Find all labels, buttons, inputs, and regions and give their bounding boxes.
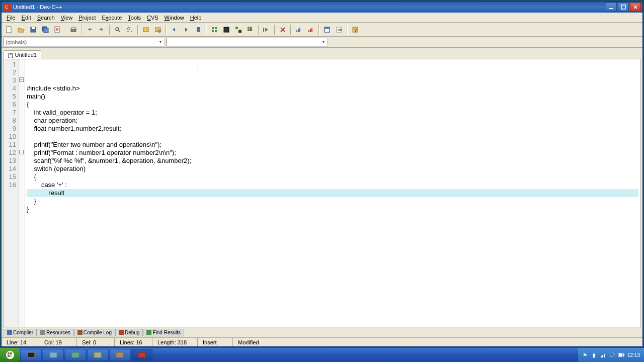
taskbar-item[interactable]	[87, 349, 108, 361]
taskbar-item[interactable]	[109, 349, 130, 361]
project-options-icon[interactable]	[152, 24, 164, 35]
svg-rect-55	[50, 352, 57, 357]
tab-find-results[interactable]: Find Results	[143, 329, 184, 336]
tab-compiler[interactable]: Compiler	[4, 329, 37, 336]
svg-rect-25	[212, 30, 214, 32]
new-window-icon[interactable]	[321, 24, 333, 35]
menu-help[interactable]: Help	[187, 14, 205, 21]
svg-rect-62	[604, 354, 605, 357]
bottom-panel-tabs: Compiler Resources Compile Log Debug Fin…	[2, 327, 642, 337]
svg-point-18	[128, 27, 130, 30]
status-modified: Modified	[233, 338, 278, 346]
rebuild-icon[interactable]	[245, 24, 256, 35]
close-file-icon[interactable]	[52, 24, 63, 35]
toggle-bookmark-icon[interactable]	[193, 24, 204, 35]
window-title: Untitled1 - Dev-C++	[13, 4, 62, 10]
redo-icon[interactable]	[96, 24, 107, 35]
svg-rect-30	[248, 27, 250, 29]
code-area[interactable]: #include <stdio.h>main(){ int valid_oper…	[25, 59, 640, 327]
tray-battery-icon[interactable]	[618, 352, 624, 358]
editor-tab[interactable]: [*] Untitled1	[4, 50, 41, 59]
svg-rect-60	[601, 356, 602, 357]
svg-rect-52	[8, 355, 10, 357]
menu-project[interactable]: Project	[75, 14, 99, 21]
new-project-icon[interactable]	[140, 24, 151, 35]
scope-combo[interactable]: (globals)▼	[4, 38, 165, 47]
svg-text:ab: ab	[338, 28, 342, 32]
svg-rect-57	[94, 352, 101, 357]
svg-rect-29	[238, 30, 242, 33]
svg-rect-40	[308, 30, 309, 32]
debug-icon[interactable]	[261, 24, 272, 35]
tab-compile-log[interactable]: Compile Log	[74, 329, 115, 336]
function-combo[interactable]: ▼	[167, 38, 328, 47]
menu-window[interactable]: Window	[162, 14, 187, 21]
tray-volume-icon[interactable]: 🔊	[609, 352, 615, 358]
insert-icon[interactable]: ab	[334, 24, 345, 35]
status-line: Line: 14	[2, 338, 39, 346]
tray-network-icon[interactable]: ▮	[591, 352, 597, 358]
print-icon[interactable]	[68, 24, 79, 35]
svg-line-17	[118, 30, 120, 32]
svg-rect-32	[248, 29, 250, 31]
replace-icon[interactable]	[124, 24, 135, 35]
svg-rect-65	[619, 353, 622, 356]
profile-icon[interactable]	[293, 24, 304, 35]
svg-rect-23	[212, 27, 214, 29]
tab-resources[interactable]: Resources	[37, 329, 74, 336]
save-icon[interactable]	[28, 24, 39, 35]
minimize-button[interactable]	[606, 3, 617, 12]
taskbar-item[interactable]	[21, 349, 42, 361]
svg-rect-56	[72, 352, 79, 357]
menu-view[interactable]: View	[58, 14, 76, 21]
svg-rect-38	[298, 29, 299, 32]
find-icon[interactable]	[112, 24, 123, 35]
tab-debug[interactable]: Debug	[115, 329, 143, 336]
svg-rect-64	[623, 354, 624, 356]
maximize-button[interactable]	[618, 3, 629, 12]
help-icon[interactable]: ?	[350, 24, 361, 35]
tray-clock[interactable]: 12:13	[627, 352, 640, 358]
compile-icon[interactable]	[209, 24, 220, 35]
taskbar-item[interactable]	[43, 349, 64, 361]
status-col: Col: 19	[39, 338, 77, 346]
svg-rect-59	[138, 352, 145, 357]
compile-run-icon[interactable]	[233, 24, 244, 35]
new-file-icon[interactable]	[4, 24, 15, 35]
status-lines: Lines: 16	[115, 338, 152, 346]
status-length: Length: 318	[152, 338, 198, 346]
svg-rect-3	[621, 5, 625, 9]
taskbar-item-active[interactable]	[131, 349, 152, 361]
svg-rect-51	[10, 352, 12, 354]
menu-execute[interactable]: Execute	[99, 14, 125, 21]
stop-icon[interactable]	[277, 24, 288, 35]
close-button[interactable]	[630, 3, 641, 12]
open-icon[interactable]	[16, 24, 27, 35]
menu-tools[interactable]: Tools	[125, 14, 144, 21]
svg-rect-41	[310, 29, 311, 32]
menu-cvs[interactable]: CVS	[144, 14, 162, 21]
taskbar-item[interactable]	[65, 349, 86, 361]
svg-rect-39	[299, 28, 300, 32]
svg-rect-24	[215, 27, 217, 29]
save-all-icon[interactable]	[40, 24, 51, 35]
menu-search[interactable]: Search	[34, 14, 58, 21]
fold-toggle-icon[interactable]: −	[19, 77, 24, 82]
text-cursor-icon	[198, 61, 198, 68]
start-button[interactable]	[0, 348, 20, 362]
fold-toggle-icon[interactable]: −	[19, 150, 24, 154]
svg-text:?: ?	[354, 28, 357, 33]
fold-column: − −	[19, 59, 25, 327]
svg-rect-8	[32, 27, 35, 29]
menu-edit[interactable]: Edit	[19, 14, 34, 21]
goto-next-icon[interactable]	[181, 24, 192, 35]
goto-prev-icon[interactable]	[169, 24, 180, 35]
undo-icon[interactable]	[84, 24, 95, 35]
run-icon[interactable]	[221, 24, 232, 35]
menu-file[interactable]: File	[4, 14, 19, 21]
tray-flag-icon[interactable]: ⚑	[582, 352, 588, 358]
svg-text:C: C	[5, 5, 9, 10]
profile2-icon[interactable]	[305, 24, 316, 35]
svg-rect-6	[7, 27, 11, 33]
tray-signal-icon[interactable]	[600, 352, 606, 358]
